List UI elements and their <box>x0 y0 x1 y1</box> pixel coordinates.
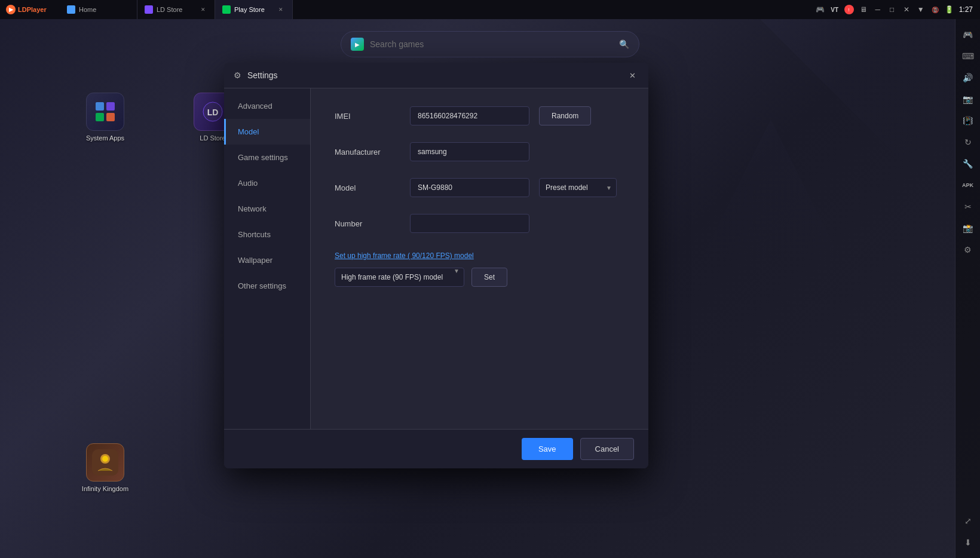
sidebar-tools-icon[interactable]: 🔧 <box>960 155 976 172</box>
search-bar: ▶ 🔍 <box>341 31 639 57</box>
sidebar-minimize2-icon[interactable]: ⬇ <box>960 534 976 551</box>
manufacturer-label: Manufacturer <box>335 148 400 157</box>
sidebar-rotate-icon[interactable]: ↻ <box>960 134 976 151</box>
settings-nav-model[interactable]: Model <box>224 119 310 145</box>
app-logo[interactable]: ▶ LDPlayer <box>0 5 60 14</box>
search-play-logo: ▶ <box>351 38 364 51</box>
dialog-body: Advanced Model Game settings Audio Netwo… <box>224 88 648 429</box>
settings-nav-audio[interactable]: Audio <box>224 170 310 196</box>
preset-model-wrapper: Preset model ▼ <box>539 178 617 197</box>
sidebar-volume-icon[interactable]: 🔊 <box>960 69 976 86</box>
tab-play-label: Play Store <box>234 6 265 13</box>
settings-nav-wallpaper[interactable]: Wallpaper <box>224 247 310 273</box>
desktop-icon-system-apps[interactable]: System Apps <box>81 93 129 142</box>
high-fps-section: Set up high frame rate ( 90/120 FPS) mod… <box>335 250 624 260</box>
vt-icon[interactable]: VT <box>830 5 840 14</box>
save-button[interactable]: Save <box>522 438 573 460</box>
frame-rate-set-button[interactable]: Set <box>471 268 507 287</box>
settings-nav-network[interactable]: Network <box>224 196 310 222</box>
tab-play-close[interactable]: ✕ <box>277 5 285 14</box>
model-label: Model <box>335 183 400 192</box>
settings-nav-shortcuts[interactable]: Shortcuts <box>224 222 310 247</box>
sidebar-screenshot-icon[interactable]: 📸 <box>960 220 976 237</box>
svg-point-8 <box>102 456 108 462</box>
clock: 1:27 <box>959 5 973 14</box>
settings-nav: Advanced Model Game settings Audio Netwo… <box>224 88 311 429</box>
manufacturer-input[interactable] <box>410 142 529 161</box>
logo-icon: ▶ <box>6 5 16 14</box>
desktop-icon-infinity-kingdom[interactable]: Infinity Kingdom <box>81 443 129 492</box>
dialog-footer: Save Cancel <box>224 429 648 468</box>
play-tab-icon <box>222 5 231 14</box>
imei-label: IMEI <box>335 112 400 121</box>
sidebar-expand-icon[interactable]: ⤢ <box>960 513 976 529</box>
model-row: Model Preset model ▼ <box>335 178 624 197</box>
tab-store-label: LD Store <box>157 6 182 13</box>
number-label: Number <box>335 219 400 228</box>
imei-random-button[interactable]: Random <box>539 106 591 125</box>
logo-text: LDPlayer <box>18 6 47 13</box>
tab-store-close[interactable]: ✕ <box>199 5 207 14</box>
infinity-kingdom-label: Infinity Kingdom <box>82 485 128 492</box>
tab-home-label: Home <box>79 6 96 13</box>
dialog-close-button[interactable]: ✕ <box>626 69 639 82</box>
sidebar-vibrate-icon[interactable]: 📳 <box>960 112 976 129</box>
model-input[interactable] <box>410 178 529 197</box>
taskbar-right: 🎮 VT ! 🖥 ─ □ ✕ ▼ 📵 🔋 1:27 <box>808 5 980 14</box>
svg-rect-0 <box>96 102 104 111</box>
tab-ld-store[interactable]: LD Store ✕ <box>137 0 215 19</box>
search-input[interactable] <box>370 39 613 49</box>
number-input[interactable] <box>410 214 529 233</box>
ld-store-label: LD Store <box>200 134 225 142</box>
system-apps-icon-img <box>86 93 124 131</box>
signal-block-icon: 📵 <box>930 5 940 14</box>
dialog-title: Settings <box>247 70 620 80</box>
tab-home[interactable]: Home <box>60 0 137 19</box>
high-fps-link[interactable]: Set up high frame rate ( 90/120 FPS) mod… <box>335 252 474 260</box>
number-row: Number <box>335 214 624 233</box>
frame-rate-select-wrapper: High frame rate (90 FPS) model High fram… <box>335 268 464 287</box>
frame-rate-select[interactable]: High frame rate (90 FPS) model High fram… <box>335 268 464 287</box>
notification-badge[interactable]: ! <box>844 5 854 14</box>
right-sidebar: 🎮 ⌨ 🔊 📷 📳 ↻ 🔧 APK ✂ 📸 ⚙ ⤢ ⬇ <box>955 19 980 558</box>
system-apps-label: System Apps <box>86 134 124 142</box>
minimize-icon[interactable]: ─ <box>873 5 883 14</box>
sidebar-camera-icon[interactable]: 📷 <box>960 91 976 108</box>
search-bar-container: ▶ 🔍 <box>341 31 639 57</box>
imei-row: IMEI Random <box>335 106 624 125</box>
sidebar-keyboard-icon[interactable]: ⌨ <box>960 48 976 65</box>
settings-dialog: ⚙ Settings ✕ Advanced Model Game setting… <box>224 63 648 468</box>
sidebar-settings-icon[interactable]: ⚙ <box>960 241 976 258</box>
infinity-kingdom-icon-img <box>86 443 124 482</box>
sidebar-gamepad-icon[interactable]: 🎮 <box>960 26 976 43</box>
maximize-icon[interactable]: □ <box>887 5 897 14</box>
sidebar-scissors-icon[interactable]: ✂ <box>960 198 976 215</box>
settings-content: IMEI Random Manufacturer Model Preset mo… <box>311 88 648 429</box>
wifi-icon: ▼ <box>916 5 926 14</box>
svg-rect-2 <box>96 113 104 121</box>
cancel-button[interactable]: Cancel <box>580 438 634 460</box>
sidebar-apk-icon[interactable]: APK <box>960 177 976 194</box>
dialog-titlebar: ⚙ Settings ✕ <box>224 63 648 88</box>
svg-rect-1 <box>106 102 115 111</box>
settings-nav-game-settings[interactable]: Game settings <box>224 145 310 170</box>
search-submit-icon[interactable]: 🔍 <box>619 39 629 49</box>
store-tab-icon <box>145 5 153 14</box>
monitor-icon[interactable]: 🖥 <box>859 5 868 14</box>
frame-rate-row: High frame rate (90 FPS) model High fram… <box>335 268 624 287</box>
taskbar-tabs: Home LD Store ✕ Play Store ✕ <box>60 0 808 19</box>
tab-play-store[interactable]: Play Store ✕ <box>215 0 293 19</box>
dialog-title-icon: ⚙ <box>234 70 241 80</box>
imei-input[interactable] <box>410 106 529 125</box>
battery-icon: 🔋 <box>945 5 954 14</box>
close-window-icon[interactable]: ✕ <box>902 5 911 14</box>
svg-rect-3 <box>106 113 115 121</box>
preset-model-select[interactable]: Preset model <box>539 178 617 197</box>
settings-nav-other[interactable]: Other settings <box>224 273 310 299</box>
svg-text:LD: LD <box>207 108 219 117</box>
gamepad-icon[interactable]: 🎮 <box>816 5 825 14</box>
home-tab-icon <box>67 5 75 14</box>
settings-nav-advanced[interactable]: Advanced <box>224 93 310 119</box>
taskbar: ▶ LDPlayer Home LD Store ✕ Play Store ✕ … <box>0 0 980 19</box>
manufacturer-row: Manufacturer <box>335 142 624 161</box>
